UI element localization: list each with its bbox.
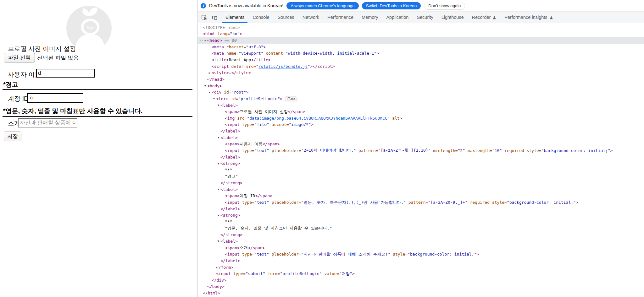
inspect-element-icon[interactable] <box>201 14 208 20</box>
flex-badge[interactable]: flex <box>285 96 297 101</box>
code-line[interactable]: "영문, 숫자, 밑줄 및 마침표만 사용할 수 있습니다." <box>198 225 644 232</box>
save-button[interactable]: 저장 <box>4 132 21 141</box>
code-line[interactable]: ▶<style>…</style> <box>198 69 644 76</box>
code-line[interactable]: ▼<body> <box>198 83 644 89</box>
tab-recorder[interactable]: Recorder <box>468 12 501 23</box>
code-line[interactable]: <span>계정 ID</span> <box>198 193 644 199</box>
code-line[interactable]: </body> <box>198 284 644 290</box>
devtools-panel: i DevTools is now available in Korean! A… <box>197 0 644 297</box>
code-line[interactable]: <input type="file" accept="image/*"> <box>198 122 644 128</box>
code-token: </strong> <box>220 232 242 237</box>
tab-network[interactable]: Network <box>298 12 323 23</box>
tab-application[interactable]: Application <box>382 12 413 23</box>
code-line[interactable]: "*" <box>198 219 644 225</box>
code-token: > <box>311 122 314 127</box>
code-token: <span> <box>225 109 240 114</box>
code-token: <script <box>212 64 229 69</box>
resource-link[interactable]: data:image/png;base64,iVBOR…AQQtKJYhqamS… <box>249 116 387 121</box>
code-line[interactable]: </label> <box>198 154 644 160</box>
tab-memory[interactable]: Memory <box>358 12 382 23</box>
code-line[interactable]: <span>사용자 이름</span> <box>198 141 644 148</box>
code-token: id= <box>228 96 238 101</box>
code-line[interactable]: ▼<label> <box>198 134 644 141</box>
code-line[interactable]: </div> <box>198 277 644 284</box>
expand-arrow-icon[interactable]: ▶ <box>208 71 212 74</box>
code-token: "root" <box>231 90 246 94</box>
toggle-device-toolbar-icon[interactable] <box>211 14 218 20</box>
code-line[interactable]: <span>프로필 사진 이미지 설정</span> <box>198 108 644 115</box>
collapse-arrow-icon[interactable]: ▼ <box>203 84 207 87</box>
tab-performance-insights[interactable]: Performance insights <box>500 12 557 23</box>
code-token: <style> <box>212 70 229 75</box>
code-token: > <box>246 90 249 94</box>
code-token: accept= <box>269 122 289 127</box>
code-token: lang= <box>215 31 230 36</box>
code-line[interactable]: ▼<strong> <box>198 160 644 167</box>
code-line[interactable]: ▼<label> <box>198 238 644 245</box>
code-line[interactable]: <meta charset="utf-8"> <box>198 44 644 50</box>
code-line[interactable]: "경고" <box>198 173 644 180</box>
code-line[interactable]: </strong> <box>198 232 644 238</box>
code-line[interactable]: ▼<label> <box>198 102 644 109</box>
username-input[interactable] <box>36 69 95 78</box>
code-line[interactable]: <title>React App</title> <box>198 57 644 63</box>
tab-security[interactable]: Security <box>413 12 437 23</box>
code-line[interactable]: <!DOCTYPE html> <box>198 24 644 31</box>
account-id-input[interactable] <box>27 93 83 103</box>
code-line[interactable]: </label> <box>198 128 644 134</box>
tab-label: Recorder <box>472 15 491 20</box>
tab-console[interactable]: Console <box>248 12 273 23</box>
dont-show-again-button[interactable]: Don't show again <box>424 2 465 10</box>
code-line[interactable]: ▼<label> <box>198 186 644 193</box>
code-line[interactable]: <img src="data:image/png;base64,iVBOR…AQ… <box>198 115 644 122</box>
tab-performance[interactable]: Performance <box>323 12 358 23</box>
code-line[interactable]: <script defer src="/static/js/bundle.js"… <box>198 63 644 70</box>
code-line[interactable]: "*" <box>198 167 644 173</box>
code-line[interactable]: ▼<strong> <box>198 212 644 219</box>
collapse-arrow-icon[interactable]: ▼ <box>216 240 220 243</box>
switch-devtools-korean-button[interactable]: Switch DevTools to Korean <box>362 2 421 9</box>
code-line[interactable]: </label> <box>198 206 644 212</box>
collapse-arrow-icon[interactable]: ▼ <box>216 214 220 217</box>
code-line[interactable]: <span>소개</span> <box>198 245 644 251</box>
code-token: ></script> <box>310 64 335 69</box>
code-token: </label> <box>220 207 240 211</box>
code-line[interactable]: </head> <box>198 76 644 83</box>
collapse-arrow-icon[interactable]: ▼ <box>208 91 212 94</box>
code-line[interactable]: </html> <box>198 290 644 296</box>
intro-input[interactable] <box>18 118 77 127</box>
code-token: 계정 ID <box>240 193 255 199</box>
code-line[interactable]: </strong> <box>198 180 644 186</box>
collapse-arrow-icon[interactable]: ▼ <box>216 104 220 107</box>
resource-link[interactable]: /static/js/bundle.js <box>258 64 308 69</box>
tab-sources[interactable]: Sources <box>274 12 298 23</box>
collapse-arrow-icon[interactable]: ▼ <box>216 136 220 139</box>
rendered-page: 프로필 사진 이미지 설정 파일 선택 선택된 파일 없음 사용자 이름 *경고… <box>0 0 197 297</box>
screenshot-root: 프로필 사진 이미지 설정 파일 선택 선택된 파일 없음 사용자 이름 *경고… <box>0 0 644 297</box>
always-match-language-button[interactable]: Always match Chrome's language <box>286 2 359 9</box>
code-token: style= <box>524 148 541 153</box>
code-token: type= <box>240 200 254 205</box>
code-line[interactable]: <input type="submit" form="profileSetLog… <box>198 270 644 277</box>
code-line[interactable]: </form> <box>198 264 644 271</box>
code-token: content= <box>263 51 285 56</box>
code-line[interactable]: </label> <box>198 257 644 264</box>
code-line[interactable]: ▼<div id="root"> <box>198 89 644 95</box>
code-token: "text" <box>254 200 269 205</box>
code-line[interactable]: <input type="text" placeholder="2~10자 이내… <box>198 147 644 154</box>
collapse-arrow-icon[interactable]: ▼ <box>216 188 220 191</box>
collapse-arrow-icon[interactable]: ▼ <box>212 97 216 100</box>
code-token: React App <box>229 57 251 62</box>
file-select-button[interactable]: 파일 선택 <box>4 53 35 62</box>
code-token: <span> <box>225 142 240 146</box>
tab-lighthouse[interactable]: Lighthouse <box>437 12 468 23</box>
tab-label: Elements <box>225 15 244 20</box>
collapse-arrow-icon[interactable]: ▼ <box>216 162 220 165</box>
code-line[interactable]: <html lang="ko"> <box>198 31 644 37</box>
code-line[interactable]: ▼<form id="profileSetLogin">flex <box>198 95 644 102</box>
code-line[interactable]: <input type="text" placeholder="자신과 판매할 … <box>198 251 644 257</box>
code-line[interactable]: <input type="text" placeholder="영문, 숫자, … <box>198 199 644 206</box>
selected-code-line[interactable]: ···▼<head> == $0 <box>198 37 644 44</box>
tab-elements[interactable]: Elements <box>221 12 248 23</box>
code-line[interactable]: <meta name="viewport" content="width=dev… <box>198 50 644 57</box>
